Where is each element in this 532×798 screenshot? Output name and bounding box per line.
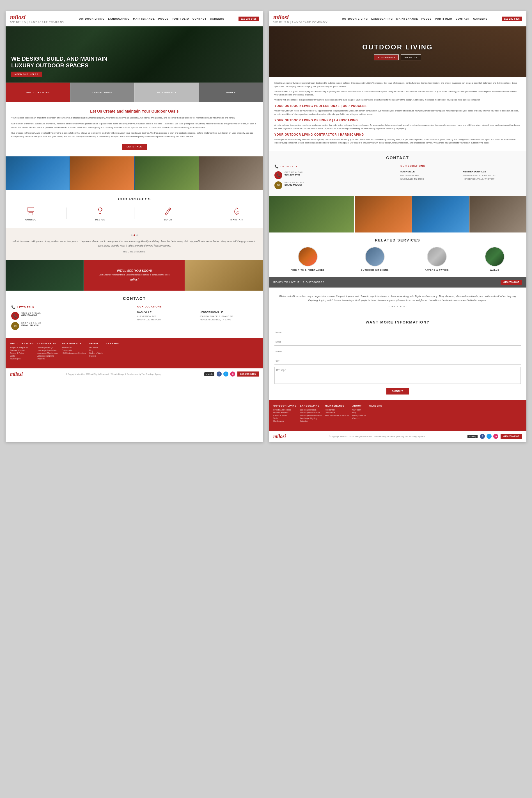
nav-r-outdoor-living[interactable]: OUTDOOR LIVING — [342, 17, 368, 20]
testimonial-text-right: We've had Milosi do two major projects f… — [277, 294, 518, 303]
tile-maintenance[interactable]: MAINTENANCE — [134, 82, 199, 102]
svg-line-10 — [237, 208, 238, 209]
social-icons-right: f t in — [480, 434, 498, 439]
hero-cta-left[interactable]: NEED OUR HELP? — [11, 72, 42, 77]
footer-r-link-commercial[interactable]: Commercial — [325, 412, 349, 414]
nav-r-pools[interactable]: POOLS — [421, 17, 432, 20]
footer-r-link-blog[interactable]: Blog — [353, 412, 366, 414]
hendersonville-location: HENDERSONVILLE 656 NEW SHACKLE ISLAND RD… — [200, 311, 258, 321]
footer-phone-left[interactable]: 615-239-6405 — [238, 371, 259, 376]
footer-r-link-landscape-maint[interactable]: Landscape Maintenance — [300, 414, 322, 416]
footer-link-landscape-light[interactable]: Landscape Lighting — [37, 355, 58, 357]
locations-title-left: OUR LOCATIONS — [137, 305, 258, 308]
footer-grid-left: OUTDOOR LIVING Firepits & Fireplaces Out… — [10, 342, 259, 360]
twitter-icon-right[interactable]: t — [487, 434, 492, 439]
kitchens-label: OUTDOOR KITCHENS — [361, 269, 389, 271]
nav-outdoor-living[interactable]: OUTDOOR LIVING — [79, 17, 105, 20]
footer-r-link-irrigation[interactable]: Irrigation — [300, 420, 322, 422]
social-icons-left: f t in — [216, 371, 235, 376]
footer-r-link-landscape-light[interactable]: Landscape Lighting — [300, 417, 322, 419]
twitter-icon[interactable]: t — [223, 371, 228, 376]
footer-link-careers[interactable]: Careers — [89, 355, 103, 357]
service-firepits[interactable]: FIRE PITS & FIREPLACES — [291, 247, 325, 271]
footer-link-landscape-maint[interactable]: Landscape Maintenance — [37, 352, 58, 354]
lets-talk-button-left[interactable]: LET'S TALK — [122, 144, 147, 150]
instagram-icon[interactable]: in — [230, 371, 235, 376]
footer-link-hardscapes[interactable]: Hardscapes — [10, 358, 34, 360]
service-tiles-left: OUTDOOR LIVING LANDSCAPING MAINTENANCE P… — [6, 82, 263, 102]
footer-link-walls[interactable]: Walls — [10, 355, 34, 357]
nav-r-landscaping[interactable]: LANDSCAPING — [371, 17, 393, 20]
footer-r-link-team[interactable]: Our Team — [353, 409, 366, 411]
footer-r-link-kitchens[interactable]: Outdoor Kitchens — [273, 412, 297, 414]
footer-r-link-residential[interactable]: Residential — [325, 409, 349, 411]
footer-link-residential[interactable]: Residential — [62, 347, 86, 349]
facebook-icon[interactable]: f — [216, 371, 222, 376]
footer-r-careers-col: CAREERS — [369, 405, 382, 423]
nav-maintenance[interactable]: MAINTENANCE — [133, 17, 155, 20]
nav-r-portfolio[interactable]: PORTFOLIO — [435, 17, 452, 20]
give-call-label-right: GIVE US A CALL — [285, 171, 304, 173]
footer-link-kitchens[interactable]: Outdoor Kitchens — [10, 349, 34, 351]
intro-para-1: Milosi is an outdoor living professional… — [274, 81, 521, 88]
step-design: DESIGN — [95, 206, 106, 221]
footer-r-link-hoa[interactable]: HOA Maintenance Services — [325, 414, 349, 416]
nav-careers[interactable]: CAREERS — [210, 17, 224, 20]
footer-link-hoa[interactable]: HOA Maintenance Services — [62, 352, 86, 354]
nav-r-careers[interactable]: CAREERS — [473, 17, 488, 20]
footer-about-col: ABOUT Our Team Blog Gallery of Work Care… — [89, 342, 103, 360]
form-city-field[interactable] — [274, 357, 521, 365]
footer-r-link-landscape-install[interactable]: Landscape Installation — [300, 412, 322, 414]
contact-locations-col: OUR LOCATIONS NASHVILLE 617 VERNON AVENA… — [137, 305, 258, 332]
nav-phone-right[interactable]: 615-239-6405 — [502, 17, 522, 21]
nav-contact[interactable]: CONTACT — [192, 17, 207, 20]
hero-phone-btn[interactable]: 615-239-6405 — [374, 54, 399, 60]
footer-link-gallery[interactable]: Gallery of Work — [89, 352, 103, 354]
tile-outdoor-living[interactable]: OUTDOOR LIVING — [6, 82, 70, 102]
footer-r-link-landscape-design[interactable]: Landscape Design — [300, 409, 322, 411]
hero-email-btn[interactable]: EMAIL US — [401, 54, 421, 60]
contact-talk-col: 📞 LET'S TALK 📞 GIVE US A CALL 615-239-64… — [11, 305, 132, 332]
footer-r-link-careers[interactable]: Careers — [353, 417, 366, 419]
footer-r-link-walls[interactable]: Walls — [273, 417, 297, 419]
footer-r-link-pavers[interactable]: Pavers & Patios — [273, 414, 297, 416]
dot-3 — [136, 235, 138, 236]
footer-right: OUTDOOR LIVING Firepits & Fireplaces Out… — [269, 400, 526, 431]
service-walls[interactable]: WALLS — [485, 247, 505, 271]
form-submit-button[interactable]: SUBMIT — [386, 388, 409, 394]
instagram-icon-right[interactable]: in — [493, 434, 498, 439]
form-email-field[interactable] — [274, 338, 521, 346]
drop-line-value: EMAIL MILOSI — [21, 324, 41, 327]
footer-link-firepits[interactable]: Firepits & Fireplaces — [10, 347, 34, 349]
maintain-label: MAINTAIN — [230, 219, 244, 221]
nav-r-contact[interactable]: CONTACT — [456, 17, 470, 20]
form-message-field[interactable] — [274, 367, 521, 384]
tile-pools[interactable]: POOLS — [199, 82, 264, 102]
nav-landscaping[interactable]: LANDSCAPING — [108, 17, 130, 20]
footer-link-irrigation[interactable]: Irrigation — [37, 358, 58, 360]
footer-r-link-gallery[interactable]: Gallery of Work — [353, 414, 366, 416]
footer-link-landscape-install[interactable]: Landscape Installation — [37, 349, 58, 351]
footer-link-team[interactable]: Our Team — [89, 347, 103, 349]
footer-link-landscape-design[interactable]: Landscape Design — [37, 347, 58, 349]
facebook-icon-right[interactable]: f — [480, 434, 485, 439]
service-kitchens[interactable]: OUTDOOR KITCHENS — [361, 247, 389, 271]
form-name-field[interactable] — [274, 329, 521, 336]
content-para-3: Our process is thorough, and we start by… — [11, 131, 258, 139]
ready-phone[interactable]: 615-239-6405 — [500, 280, 522, 285]
footer-link-blog[interactable]: Blog — [89, 349, 103, 351]
form-phone-field[interactable] — [274, 348, 521, 355]
form-section: WANT MORE INFORMATION? SUBMIT — [269, 315, 526, 400]
nav-r-maintenance[interactable]: MAINTENANCE — [396, 17, 418, 20]
service-pavers[interactable]: PAVERS & PATIOS — [425, 247, 449, 271]
footer-copyright-left: © Copyright Milosi Inc. 2019. All Rights… — [66, 373, 162, 375]
footer-r-link-firepits[interactable]: Firepits & Fireplaces — [273, 409, 297, 411]
nav-phone-left[interactable]: 615-239-6405 — [239, 17, 259, 21]
nav-pools[interactable]: POOLS — [158, 17, 169, 20]
footer-r-link-hardscapes[interactable]: Hardscapes — [273, 420, 297, 422]
tile-landscaping[interactable]: LANDSCAPING — [70, 82, 135, 102]
nav-portfolio[interactable]: PORTFOLIO — [172, 17, 189, 20]
footer-phone-right[interactable]: 615-239-6405 — [500, 434, 522, 439]
footer-link-pavers[interactable]: Pavers & Patios — [10, 352, 34, 354]
footer-link-commercial[interactable]: Commercial — [62, 349, 86, 351]
